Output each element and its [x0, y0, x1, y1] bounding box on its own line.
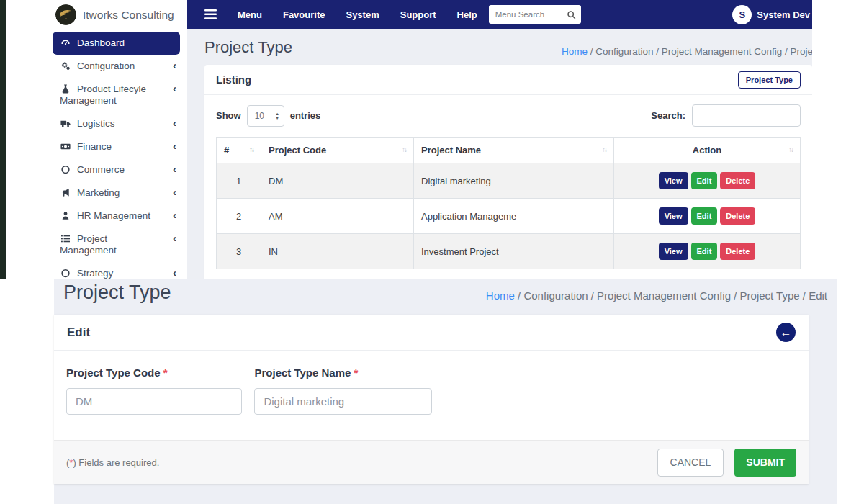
chevron-left-icon: ‹ [173, 140, 176, 152]
project-type-code-field: Project Type Code * [66, 365, 242, 415]
row-actions: ViewEditDelete [614, 234, 801, 269]
chevron-left-icon: ‹ [173, 233, 176, 244]
column-header-action[interactable]: ↑↓Action [614, 138, 801, 163]
page-size-select[interactable]: 10▴▾ [247, 105, 284, 127]
menu-search [489, 5, 581, 24]
breadcrumb-home-link[interactable]: Home [486, 289, 515, 302]
edit-form: Project Type Code * Project Type Name * [54, 351, 809, 415]
chevron-left-icon: ‹ [173, 267, 176, 279]
sidebar-item-label: Product Lifecyle Management [60, 84, 146, 106]
column-header-project-name[interactable]: ↑↓Project Name [414, 138, 614, 163]
chevron-left-icon: ‹ [173, 60, 176, 71]
avatar: S [732, 5, 752, 24]
listing-page: Itworks Consulting Dashboard Configurati… [0, 0, 812, 279]
row-num: 1 [217, 163, 261, 199]
sidebar-item-configuration[interactable]: Configuration ‹ [53, 55, 180, 78]
flask-icon [60, 84, 71, 94]
sidebar-item-label: Dashboard [77, 37, 125, 48]
listing-card: Listing Project Type Show 10▴▾ entries S… [204, 65, 812, 279]
table-header-row: ↑↓# ↑↓Project Code ↑↓Project Name ↑↓Acti… [217, 138, 801, 163]
row-actions: ViewEditDelete [614, 163, 801, 199]
nav-item-system[interactable]: System [346, 9, 379, 20]
back-button[interactable]: ← [776, 323, 796, 342]
delete-button[interactable]: Delete [720, 243, 755, 260]
sidebar-item-commerce[interactable]: Commerce ‹ [53, 158, 180, 181]
row-num: 2 [217, 199, 261, 234]
row-code: IN [261, 234, 414, 269]
company-logo-icon [55, 4, 76, 25]
page-size-value: 10 [255, 111, 264, 121]
page-title: Project Type [63, 282, 171, 304]
nav-item-support[interactable]: Support [400, 9, 436, 20]
sidebar-item-label: Marketing [77, 187, 120, 198]
table-row: 2 AM Application Manageme ViewEditDelete [217, 199, 801, 234]
project-type-name-input[interactable] [254, 388, 432, 415]
chevron-left-icon: ‹ [173, 186, 176, 198]
field-label: Project Type Code * [66, 366, 242, 379]
hamburger-menu-icon[interactable] [204, 9, 217, 19]
brand-name: Itworks Consulting [83, 9, 174, 22]
table-row: 1 DM Digital marketing ViewEditDelete [217, 163, 801, 199]
column-header-project-code[interactable]: ↑↓Project Code [261, 138, 414, 163]
page-title: Project Type [204, 38, 292, 56]
sidebar: Itworks Consulting Dashboard Configurati… [6, 0, 187, 279]
view-button[interactable]: View [659, 243, 688, 260]
table-search: Search: [651, 104, 801, 127]
submit-button[interactable]: SUBMIT [734, 449, 796, 477]
sidebar-item-strategy-management[interactable]: Strategy Management ‹ [53, 262, 180, 279]
sort-icon: ↑↓ [249, 145, 253, 153]
view-button[interactable]: View [659, 207, 688, 225]
breadcrumb-home-link[interactable]: Home [562, 46, 588, 57]
listing-content: Project Type Home / Configuration / Proj… [187, 29, 812, 279]
search-label: Search: [651, 110, 685, 121]
edit-card-footer: (*) Fields are required. CANCEL SUBMIT [54, 440, 809, 484]
view-button[interactable]: View [659, 172, 688, 189]
edit-button[interactable]: Edit [691, 172, 718, 189]
sidebar-menu: Dashboard Configuration ‹ Product Lifecy… [6, 32, 187, 279]
show-label: Show [216, 110, 241, 121]
sort-icon: ↑↓ [602, 145, 606, 153]
sidebar-item-hr-management[interactable]: HR Management ‹ [53, 204, 180, 228]
project-type-code-input[interactable] [66, 388, 242, 415]
nav-item-favourite[interactable]: Favourite [283, 9, 325, 20]
chevron-left-icon: ‹ [173, 210, 176, 221]
row-name: Application Manageme [414, 199, 614, 234]
banknote-icon [60, 141, 71, 152]
sidebar-item-project-management[interactable]: Project Management ‹ [53, 228, 180, 262]
nav-item-help[interactable]: Help [457, 9, 477, 20]
sidebar-item-finance[interactable]: Finance ‹ [53, 135, 180, 158]
arrow-left-icon: ← [780, 326, 792, 339]
project-type-button[interactable]: Project Type [738, 71, 801, 89]
task-list-icon [60, 233, 71, 244]
table-search-input[interactable] [692, 104, 801, 127]
person-icon [60, 210, 71, 221]
sidebar-item-label: Commerce [77, 164, 125, 175]
search-icon[interactable] [567, 9, 576, 22]
user-menu[interactable]: S System Dev [732, 0, 810, 29]
sidebar-item-label: Configuration [77, 60, 135, 71]
card-title: Edit [67, 325, 90, 340]
edit-button[interactable]: Edit [691, 207, 718, 225]
top-navbar: Menu Favourite System Support Help S Sys… [187, 0, 812, 29]
row-code: DM [261, 163, 414, 199]
sidebar-item-product-lifecycle[interactable]: Product Lifecyle Management ‹ [53, 78, 180, 112]
project-type-table: ↑↓# ↑↓Project Code ↑↓Project Name ↑↓Acti… [216, 137, 801, 269]
page-header: Project Type Home / Configuration / Proj… [187, 29, 812, 65]
nav-item-menu[interactable]: Menu [238, 9, 262, 20]
sort-icon: ↑↓ [788, 145, 793, 153]
breadcrumb: Home / Configuration / Project Managemen… [486, 289, 827, 302]
edit-button[interactable]: Edit [691, 243, 718, 260]
edit-card: Edit ← Project Type Code * Project Type … [54, 315, 809, 484]
delete-button[interactable]: Delete [720, 207, 755, 225]
sidebar-item-dashboard[interactable]: Dashboard [53, 32, 180, 55]
card-title: Listing [216, 73, 251, 86]
column-header-num[interactable]: ↑↓# [217, 138, 261, 163]
edit-page-background: Project Type Home / Configuration / Proj… [54, 279, 837, 504]
chevron-left-icon: ‹ [173, 117, 176, 129]
required-asterisk: * [163, 366, 168, 379]
cancel-button[interactable]: CANCEL [657, 449, 724, 477]
delete-button[interactable]: Delete [720, 172, 755, 189]
truck-icon [60, 118, 71, 129]
sidebar-item-logistics[interactable]: Logistics ‹ [53, 112, 180, 135]
sidebar-item-marketing[interactable]: Marketing ‹ [53, 181, 180, 204]
